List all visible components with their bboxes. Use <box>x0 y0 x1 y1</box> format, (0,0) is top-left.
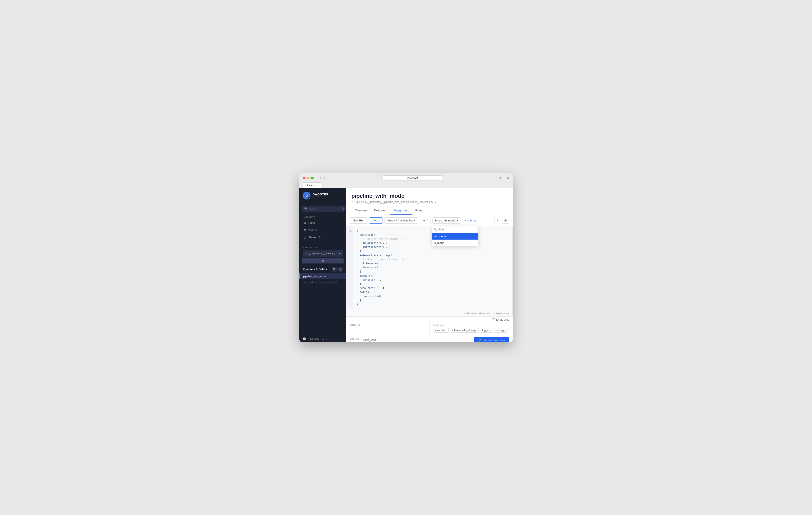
repo-section: REPOSITORY ≡ __repository__pipeline_... … <box>299 245 346 259</box>
autocomplete-hint: Ctrl+Space to show auto-completions inli… <box>464 312 510 315</box>
repo-label: REPOSITORY <box>303 246 343 249</box>
sidebar-item-assets-label: Assets <box>308 228 317 232</box>
main-content: pipeline_with_mode ⊙ Pipeline in __repos… <box>346 188 513 342</box>
tab-title: localhost <box>307 184 317 187</box>
mode-chevron-icon: ▾ <box>457 219 458 222</box>
bottom-panels: ERRORS RUNTIME execution intermediate_st… <box>346 321 513 335</box>
sidebar-header: D DAGSTER 0.10.8 <box>299 188 346 203</box>
runtime-tag-storage[interactable]: storage <box>494 328 508 333</box>
page-subtitle: ⊙ Pipeline in __repository__pipeline_wit… <box>351 200 508 204</box>
chevron-down-icon: ▾ <box>339 251 341 255</box>
sidebar-item-runs[interactable]: ↺ Runs <box>300 219 345 226</box>
minimize-button[interactable] <box>307 177 310 180</box>
chevron-down-icon: ▾ <box>414 219 415 222</box>
add-tab-icon[interactable]: + <box>503 176 505 180</box>
runtime-tag-intermediate-storage[interactable]: intermediate_storage <box>450 328 479 333</box>
page-title: pipeline_with_mode <box>351 193 508 199</box>
preset-label: Preset / Partition Set <box>387 219 413 222</box>
sidebar-item-status[interactable]: ⊙ Status ⚠ <box>300 234 345 241</box>
dropdown-item-ab-mode[interactable]: ab_mode <box>432 233 478 240</box>
tab-playground[interactable]: Playground <box>390 207 412 215</box>
warning-icon: ⚠ <box>318 236 321 239</box>
preset-button[interactable]: Preset / Partition Set ▾ <box>384 217 418 223</box>
add-button[interactable]: Add... <box>369 217 383 223</box>
sidebar-item-status-label: Status <box>308 236 316 239</box>
windows-icon[interactable]: ⧉ <box>507 176 509 180</box>
runtime-label: RUNTIME <box>433 324 510 326</box>
bottom-panel: Errors Only ERRORS RUNTIME execution int… <box>346 316 513 342</box>
browser-nav: ‹ › <box>319 175 326 180</box>
instance-label: INSTANCE <box>299 214 346 219</box>
maximize-button[interactable] <box>311 177 314 180</box>
mode-selector-button[interactable]: Mode: ab_mode ▾ <box>432 217 461 223</box>
status-dot <box>308 197 310 199</box>
sidebar-brand: DAGSTER 0.10.8 <box>313 193 328 199</box>
runtime-tag-execution[interactable]: execution <box>433 328 448 333</box>
timezone-label: Automatic (PDT) <box>308 337 327 340</box>
vertical-split-button[interactable]: ⦀ <box>494 217 500 224</box>
mode-dropdown: 🔍 ab_mode c_mode <box>432 226 478 246</box>
brand-name: DAGSTER <box>313 193 328 196</box>
playground-content: New Run Add... Preset / Partition Set ▾ … <box>346 215 513 342</box>
search-box[interactable]: 🔍 / <box>302 206 344 212</box>
repo-selector[interactable]: ≡ __repository__pipeline_... ▾ <box>303 250 343 256</box>
sidebar-search: 🔍 / <box>299 203 346 214</box>
solids-tags: basic_solid <box>360 338 378 342</box>
sidebar-pipeline-item[interactable]: pipeline_with_mode <box>299 273 346 279</box>
search-icon: 🔍 <box>304 207 308 210</box>
browser-actions: ⬆ + ⧉ <box>499 176 509 180</box>
runtime-tag-loggers[interactable]: loggers <box>480 328 493 333</box>
new-run-button[interactable]: New Run <box>350 217 368 223</box>
browser-chrome: ‹ › localhost ⬆ + ⧉ localhost <box>299 173 513 188</box>
pipeline-view-btn-2[interactable]: ◇ <box>338 267 343 272</box>
back-button[interactable]: ‹ <box>319 175 322 180</box>
mode-label: Mode: ab_mode <box>435 219 455 222</box>
pipeline-item-label: pipeline_with_mode <box>303 275 326 278</box>
dropdown-item-ab-mode-label: ab_mode <box>434 235 446 238</box>
pipeline-view-btn-1[interactable]: ⊞ <box>331 267 337 272</box>
add-tags-button[interactable]: + Add tags <box>463 218 480 223</box>
launch-label: Launch Execution <box>483 338 505 342</box>
solid-tag-basic[interactable]: basic_solid <box>360 338 378 342</box>
app-layout: D DAGSTER 0.10.8 🔍 / INSTANCE ↺ Runs <box>299 188 513 342</box>
errors-only-checkbox[interactable] <box>492 318 495 321</box>
repo-refresh-button[interactable]: ↻ <box>302 259 344 264</box>
config-editor[interactable]: 1 { execution?: { /* One of the followin… <box>346 226 513 316</box>
launch-execution-button[interactable]: 🚀 Launch Execution <box>474 337 509 342</box>
mode-button[interactable]: ✦ * <box>420 217 431 224</box>
horizontal-split-button[interactable]: ⊟ <box>502 217 509 223</box>
config-area: 1 { execution?: { /* One of the followin… <box>346 226 513 316</box>
code-content[interactable]: { execution?: { /* One of the following:… <box>353 226 408 309</box>
dropdown-arrow <box>453 224 457 226</box>
dropdown-item-c-mode-label: c_mode <box>434 241 444 244</box>
sidebar-item-assets[interactable]: ⊞ Assets <box>300 227 345 234</box>
status-icon: ⊙ <box>303 236 306 239</box>
search-input[interactable] <box>309 207 341 210</box>
tab-definition[interactable]: Definition <box>371 207 390 215</box>
pipelines-label: Pipelines & Solids <box>303 268 327 271</box>
browser-tab[interactable]: localhost <box>303 182 322 188</box>
address-bar[interactable]: localhost <box>382 175 442 181</box>
playground-toolbar: New Run Add... Preset / Partition Set ▾ … <box>346 215 513 226</box>
pipeline-subtitle-icon: ⊙ <box>351 200 353 204</box>
star-icon: ✦ <box>423 218 426 222</box>
errors-label: ERRORS <box>350 324 426 326</box>
share-icon[interactable]: ⬆ <box>499 176 501 180</box>
pipelines-header: Pipelines & Solids ⊞ ◇ <box>299 265 346 273</box>
close-button[interactable] <box>303 177 306 180</box>
refresh-icon[interactable]: ↺ <box>435 200 437 204</box>
sidebar-divider <box>299 243 346 243</box>
forward-button[interactable]: › <box>323 175 326 180</box>
tab-runs[interactable]: Runs <box>412 207 426 215</box>
brand-version: 0.10.8 <box>313 196 328 199</box>
pipelines-icons: ⊞ ◇ <box>331 267 343 272</box>
dropdown-filter-input[interactable] <box>439 228 476 231</box>
errors-only-label: Errors Only <box>496 318 509 321</box>
tab-overview[interactable]: Overview <box>351 207 371 215</box>
dagster-logo: D <box>303 192 311 199</box>
dropdown-item-c-mode[interactable]: c_mode <box>432 240 478 246</box>
runtime-panel: RUNTIME execution intermediate_storage l… <box>430 321 513 335</box>
assets-icon: ⊞ <box>303 228 306 232</box>
page-header: pipeline_with_mode ⊙ Pipeline in __repos… <box>346 188 513 215</box>
mode-asterisk: * <box>427 219 428 222</box>
